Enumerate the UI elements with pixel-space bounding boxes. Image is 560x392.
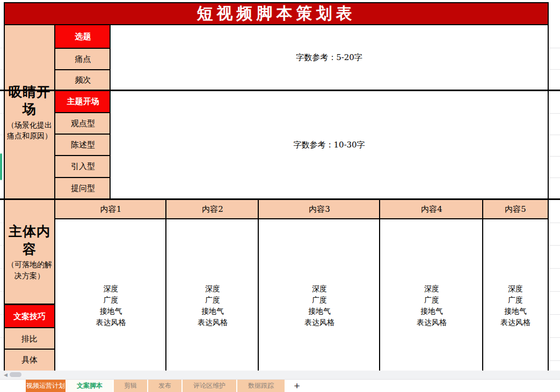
gridline (549, 337, 560, 338)
cell-theme-opening-header[interactable]: 主题开场 (55, 90, 111, 113)
word-count-note-1: 字数参考：5-20字 (296, 53, 362, 63)
content3-header-label: 内容3 (309, 204, 330, 215)
gridline (0, 69, 4, 70)
cell-pain-point[interactable]: 痛点 (55, 48, 111, 70)
cell-word-count-note-2[interactable]: 字数参考：10-30字 (111, 90, 548, 199)
body-label: 主体内容 (4, 223, 55, 258)
cell-viewpoint-type[interactable]: 观点型 (55, 113, 111, 134)
sheet-tab-label: 视频运营计划 (26, 381, 65, 390)
content5-line-style: 表达风格 (500, 317, 530, 328)
gridline (0, 268, 4, 269)
question-type-label: 提问型 (71, 183, 95, 194)
gridline (0, 135, 4, 135)
content4-line-grounded: 接地气 (420, 306, 443, 317)
cell-content5-body[interactable]: 深度 广度 接地气 表达风格 (483, 219, 548, 371)
statement-type-label: 陈述型 (71, 140, 95, 150)
left-edge-green-marker (0, 153, 2, 180)
gridline (0, 314, 4, 315)
content1-header-label: 内容1 (100, 204, 122, 215)
sheet-tab-publish[interactable]: 发布 (148, 380, 181, 392)
table-border-right (548, 2, 549, 371)
sheet-tab-bar: 视频运营计划 文案脚本 剪辑 发布 评论区维护 数据跟踪 + (0, 380, 560, 392)
sheet-tab-label: 评论区维护 (193, 381, 226, 390)
table-title: 短视频脚本策划表 (197, 3, 356, 25)
tab-scroll-left-icon[interactable]: ◀ (4, 373, 8, 378)
gridline (549, 360, 560, 361)
cell-frequency[interactable]: 频次 (55, 70, 111, 90)
cell-content3-body[interactable]: 深度 广度 接地气 表达风格 (259, 219, 380, 371)
plus-icon: + (294, 380, 300, 392)
content4-line-depth: 深度 (424, 283, 439, 294)
cell-opening-section-label[interactable]: 吸睛开场 （场景化提出痛点和原因） (4, 25, 55, 199)
gridline (0, 113, 4, 114)
cell-copywriting-tips-header[interactable]: 文案技巧 (4, 305, 55, 328)
gridline (549, 245, 560, 246)
gridline (0, 223, 4, 223)
sheet-tab-editing[interactable]: 剪辑 (114, 380, 147, 392)
gridline (549, 268, 560, 269)
cell-topic-header[interactable]: 选题 (55, 25, 111, 48)
spreadsheet-window: 短视频脚本策划表 吸睛开场 （场景化提出痛点和原因） 选题 痛点 频次 主题开场… (0, 0, 560, 392)
cell-body-section-label[interactable]: 主体内容 （可落地的解决方案） (4, 199, 55, 305)
content2-line-breadth: 广度 (205, 294, 220, 306)
content3-line-grounded: 接地气 (308, 306, 331, 317)
content1-line-style: 表达风格 (96, 317, 126, 328)
horizontal-scrollbar-thumb[interactable] (10, 372, 21, 377)
gridline (549, 156, 560, 157)
gridline (549, 135, 560, 135)
sheet-tab-label: 数据跟踪 (248, 381, 274, 390)
content2-line-depth: 深度 (205, 283, 220, 294)
opening-sublabel: （场景化提出痛点和原因） (4, 120, 55, 142)
cell-content2-body[interactable]: 深度 广度 接地气 表达风格 (166, 219, 259, 371)
gridline (549, 113, 560, 114)
content1-line-breadth: 广度 (104, 294, 119, 306)
viewpoint-type-label: 观点型 (71, 119, 95, 129)
cell-content4-header[interactable]: 内容4 (380, 199, 483, 219)
gridline (549, 291, 560, 292)
frequency-label: 频次 (75, 75, 91, 85)
content2-line-style: 表达风格 (198, 317, 228, 328)
gridline (549, 314, 560, 315)
cell-question-type[interactable]: 提问型 (55, 177, 111, 199)
content2-header-label: 内容2 (202, 204, 223, 215)
sheet-tab-copy-script[interactable]: 文案脚本 (67, 380, 113, 392)
sheet-tab-label: 发布 (158, 381, 171, 390)
tip-parallelism-label: 排比 (21, 334, 38, 344)
cell-content1-body[interactable]: 深度 广度 接地气 表达风格 (55, 219, 166, 371)
pain-point-label: 痛点 (75, 54, 91, 64)
gridline (549, 48, 560, 48)
copywriting-tips-label: 文案技巧 (13, 312, 46, 322)
content5-line-grounded: 接地气 (504, 306, 527, 317)
content4-line-breadth: 广度 (424, 294, 439, 306)
content5-line-breadth: 广度 (508, 294, 523, 306)
gridline (0, 48, 4, 48)
content2-line-grounded: 接地气 (201, 306, 224, 317)
cell-content2-header[interactable]: 内容2 (166, 199, 259, 219)
sheet-tab-comment-maintenance[interactable]: 评论区维护 (183, 380, 236, 392)
cell-content3-header[interactable]: 内容3 (259, 199, 380, 219)
sheet-tab-data-tracking[interactable]: 数据跟踪 (237, 380, 285, 392)
content4-line-style: 表达风格 (417, 317, 447, 328)
body-sublabel: （可落地的解决方案） (4, 259, 55, 281)
tip-concrete-label: 具体 (21, 355, 38, 365)
content5-line-depth: 深度 (508, 283, 523, 294)
cell-content1-header[interactable]: 内容1 (55, 199, 166, 219)
cell-tip-parallelism[interactable]: 排比 (4, 328, 55, 350)
lead-in-type-label: 引入型 (71, 161, 95, 172)
sheet-tab-video-operation-plan[interactable]: 视频运营计划 (26, 380, 66, 392)
opening-label: 吸睛开场 (4, 84, 55, 119)
add-sheet-button[interactable]: + (290, 380, 304, 392)
cell-word-count-note-1[interactable]: 字数参考：5-20字 (111, 25, 548, 90)
theme-opening-label: 主题开场 (67, 97, 99, 107)
content3-line-style: 表达风格 (304, 317, 334, 328)
gridline (549, 69, 560, 70)
cell-lead-in-type[interactable]: 引入型 (55, 156, 111, 177)
content4-header-label: 内容4 (421, 204, 442, 215)
cell-statement-type[interactable]: 陈述型 (55, 134, 111, 156)
content1-line-grounded: 接地气 (100, 306, 122, 317)
horizontal-scrollbar-strip: ◀ (0, 371, 560, 379)
cell-content5-header[interactable]: 内容5 (483, 199, 548, 219)
cell-content4-body[interactable]: 深度 广度 接地气 表达风格 (380, 219, 483, 371)
content5-header-label: 内容5 (505, 204, 526, 215)
cell-tip-concrete[interactable]: 具体 (4, 350, 55, 371)
